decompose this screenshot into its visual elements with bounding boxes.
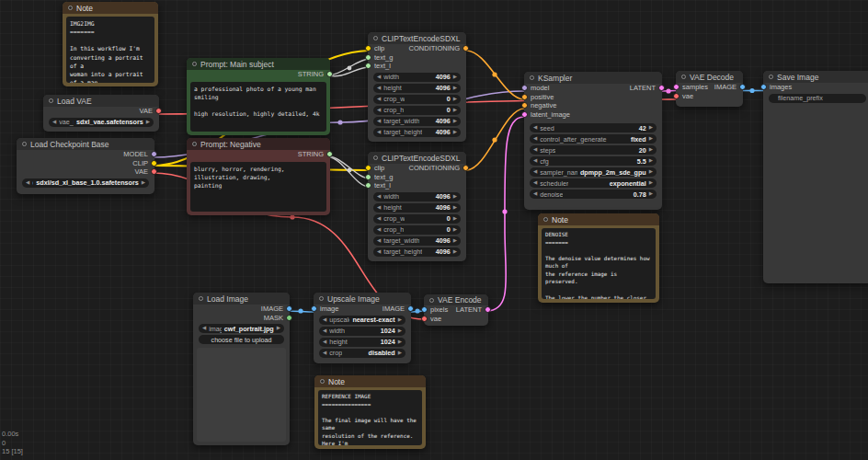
decrement-arrow-icon[interactable]: ◀: [533, 191, 537, 197]
widget-crop[interactable]: ◀cropdisabled▶: [319, 349, 405, 358]
widget-target_width[interactable]: ◀target_width4096▶: [373, 236, 461, 246]
decrement-arrow-icon[interactable]: ◀: [377, 86, 381, 91]
increment-arrow-icon[interactable]: ▶: [453, 130, 457, 135]
link-dot-image-3[interactable]: [749, 88, 754, 93]
collapse-dot[interactable]: [192, 142, 197, 146]
decrement-arrow-icon[interactable]: ◀: [533, 158, 537, 164]
decrement-arrow-icon[interactable]: ◀: [377, 119, 381, 124]
node-title-bar[interactable]: Load Image: [193, 293, 290, 305]
increment-arrow-icon[interactable]: ▶: [649, 180, 653, 186]
node-note-reference[interactable]: Note REFERENCE IMAGE =============== The…: [314, 375, 426, 449]
increment-arrow-icon[interactable]: ▶: [453, 205, 457, 211]
input-pin-text-g[interactable]: [365, 54, 371, 61]
node-note-denoise[interactable]: Note DENOISE ======= The denoise value d…: [538, 213, 659, 303]
link-dot-latent-out[interactable]: [666, 88, 670, 93]
decrement-arrow-icon[interactable]: ◀: [533, 169, 537, 175]
decrement-arrow-icon[interactable]: ◀: [26, 180, 29, 186]
widget-cfg[interactable]: ◀cfg5.5▶: [530, 156, 657, 166]
increment-arrow-icon[interactable]: ▶: [146, 120, 150, 125]
link-dot-latent-in[interactable]: [502, 209, 507, 213]
decrement-arrow-icon[interactable]: ◀: [202, 326, 206, 331]
widget-target_height[interactable]: ◀target_height4096▶: [373, 128, 461, 137]
decrement-arrow-icon[interactable]: ◀: [323, 351, 326, 356]
decrement-arrow-icon[interactable]: ◀: [323, 317, 326, 323]
link-dot-vae[interactable]: [290, 214, 294, 219]
widget-ckpt_name[interactable]: ◀ckpt_namesdxl/sd_xl_base_1.0.safetensor…: [22, 178, 149, 188]
increment-arrow-icon[interactable]: ▶: [453, 119, 457, 124]
widget-target_width[interactable]: ◀target_width4096▶: [373, 117, 461, 126]
decrement-arrow-icon[interactable]: ◀: [377, 216, 381, 222]
increment-arrow-icon[interactable]: ▶: [649, 136, 653, 142]
widget-height[interactable]: ◀height1024▶: [319, 338, 405, 347]
increment-arrow-icon[interactable]: ▶: [453, 86, 457, 91]
increment-arrow-icon[interactable]: ▶: [453, 97, 457, 102]
decrement-arrow-icon[interactable]: ◀: [533, 180, 537, 186]
note-textarea[interactable]: REFERENCE IMAGE =============== The fina…: [318, 390, 422, 445]
increment-arrow-icon[interactable]: ▶: [453, 227, 457, 233]
widget-height[interactable]: ◀height4096▶: [373, 203, 461, 213]
increment-arrow-icon[interactable]: ▶: [649, 125, 653, 131]
input-pin-vae[interactable]: [673, 93, 680, 99]
collapse-dot[interactable]: [319, 296, 324, 301]
widget-denoise[interactable]: ◀denoise0.78▶: [530, 190, 657, 199]
widget-crop_h[interactable]: ◀crop_h0▶: [373, 225, 461, 235]
collapse-dot[interactable]: [49, 98, 53, 103]
increment-arrow-icon[interactable]: ▶: [453, 238, 457, 244]
input-pin-vae[interactable]: [421, 316, 428, 322]
decrement-arrow-icon[interactable]: ◀: [377, 238, 381, 244]
input-pin-text-l[interactable]: [365, 182, 371, 189]
increment-arrow-icon[interactable]: ▶: [649, 147, 653, 153]
increment-arrow-icon[interactable]: ▶: [649, 169, 653, 175]
widget-scheduler[interactable]: ◀schedulerexponential▶: [530, 178, 657, 188]
link-dot-image-1[interactable]: [298, 308, 303, 313]
prompt-textarea[interactable]: a professional photo of a young man smil…: [190, 82, 326, 132]
decrement-arrow-icon[interactable]: ◀: [533, 147, 537, 153]
node-title-bar[interactable]: Upscale Image: [314, 293, 411, 305]
increment-arrow-icon[interactable]: ▶: [649, 158, 653, 164]
node-title-bar[interactable]: CLIPTextEncodeSDXL: [368, 152, 466, 164]
collapse-dot[interactable]: [530, 75, 534, 80]
node-note-img2img[interactable]: Note IMG2IMG ======= In this workflow I'…: [63, 2, 158, 86]
decrement-arrow-icon[interactable]: ◀: [377, 194, 381, 200]
node-title-bar[interactable]: CLIPTextEncodeSDXL: [368, 32, 466, 44]
node-title-bar[interactable]: Prompt: Negative: [187, 138, 330, 150]
collapse-dot[interactable]: [769, 75, 773, 79]
node-title-bar[interactable]: Load VAE: [43, 95, 159, 107]
node-upscale-image[interactable]: Upscale Image image IMAGE ◀upscale_metho…: [314, 293, 411, 363]
decrement-arrow-icon[interactable]: ◀: [323, 339, 326, 345]
widget-crop_w[interactable]: ◀crop_w0▶: [373, 214, 461, 224]
node-clip-encode-positive[interactable]: CLIPTextEncodeSDXL clip CONDITIONING tex…: [368, 32, 466, 142]
increment-arrow-icon[interactable]: ▶: [453, 75, 457, 80]
collapse-dot[interactable]: [373, 36, 378, 40]
decrement-arrow-icon[interactable]: ◀: [377, 130, 381, 135]
decrement-arrow-icon[interactable]: ◀: [377, 108, 381, 113]
node-graph-canvas[interactable]: Note IMG2IMG ======= In this workflow I'…: [0, 0, 868, 460]
widget-target_height[interactable]: ◀target_height4096▶: [373, 247, 461, 257]
note-textarea[interactable]: IMG2IMG ======= In this workflow I'm con…: [66, 17, 154, 83]
input-pin-model[interactable]: [521, 85, 528, 91]
input-pin-images[interactable]: [760, 84, 767, 90]
filename-prefix-field[interactable]: filename_prefix: [769, 94, 866, 103]
widget-seed[interactable]: ◀seed42▶: [530, 123, 657, 132]
node-title-bar[interactable]: Save Image: [763, 71, 868, 83]
decrement-arrow-icon[interactable]: ◀: [323, 328, 326, 334]
increment-arrow-icon[interactable]: ▶: [398, 317, 402, 323]
increment-arrow-icon[interactable]: ▶: [398, 351, 402, 356]
input-pin-samples[interactable]: [673, 84, 680, 90]
input-pin-text-g[interactable]: [365, 174, 371, 180]
increment-arrow-icon[interactable]: ▶: [277, 326, 280, 331]
output-pin-clip[interactable]: [151, 160, 157, 167]
decrement-arrow-icon[interactable]: ◀: [377, 227, 381, 233]
choose-file-button[interactable]: choose file to upload: [199, 335, 284, 344]
decrement-arrow-icon[interactable]: ◀: [52, 120, 56, 125]
decrement-arrow-icon[interactable]: ◀: [377, 75, 381, 80]
widget-vae_name[interactable]: ◀vae_namesdxl_vae.safetensors▶: [49, 118, 154, 127]
decrement-arrow-icon[interactable]: ◀: [533, 136, 537, 142]
widget-upscale_method[interactable]: ◀upscale_methodnearest-exact▶: [319, 316, 405, 325]
input-pin-text-l[interactable]: [365, 63, 371, 69]
node-vae-decode[interactable]: VAE Decode samples IMAGE vae: [676, 71, 743, 107]
increment-arrow-icon[interactable]: ▶: [453, 249, 457, 255]
node-ksampler[interactable]: KSampler model LATENT positive negative …: [524, 72, 662, 210]
node-load-image[interactable]: Load Image IMAGE MASK ◀imagecwf_portrait…: [193, 293, 290, 445]
link-dot-string-neg[interactable]: [348, 168, 352, 173]
